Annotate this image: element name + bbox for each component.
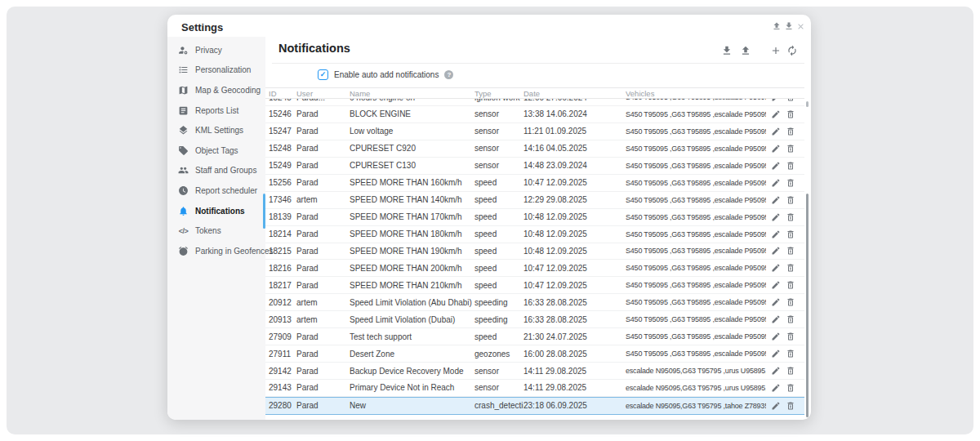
id-cell: 18214	[269, 229, 296, 238]
table-row[interactable]: 15248ParadCPURESET C920sensor14:16 04.05…	[265, 140, 804, 158]
edit-pencil-icon[interactable]	[771, 178, 781, 188]
edit-pencil-icon[interactable]	[771, 229, 781, 239]
enable-auto-add-checkbox[interactable]: ✓	[318, 69, 328, 80]
sidebar-item-tokens[interactable]: </>Tokens	[167, 220, 265, 241]
delete-trash-icon[interactable]	[786, 297, 795, 307]
row-actions	[766, 246, 804, 256]
sidebar-item-privacy[interactable]: Privacy	[167, 40, 265, 60]
edit-pencil-icon[interactable]	[771, 144, 781, 154]
delete-trash-icon[interactable]	[786, 383, 795, 393]
delete-trash-icon[interactable]	[786, 127, 795, 136]
edit-pencil-icon[interactable]	[771, 195, 781, 205]
edit-pencil-icon[interactable]	[771, 246, 781, 256]
edit-pencil-icon[interactable]	[771, 280, 781, 290]
sidebar-item-map-geocoding[interactable]: Map & Geocoding	[167, 80, 265, 100]
edit-pencil-icon[interactable]	[771, 401, 781, 411]
delete-trash-icon[interactable]	[786, 366, 795, 376]
sidebar-item-kml-settings[interactable]: KML Settings	[167, 120, 265, 140]
type-cell: speed	[474, 264, 523, 273]
edit-pencil-icon[interactable]	[771, 212, 781, 222]
table-row[interactable]: 29142ParadBackup Device Recovery Modesen…	[265, 363, 804, 380]
id-cell: 15249	[269, 161, 296, 170]
edit-pencil-icon[interactable]	[771, 383, 781, 393]
id-cell: 29142	[269, 367, 296, 376]
id-cell: 27909	[269, 332, 296, 341]
sidebar-item-personalization[interactable]: Personalization	[167, 60, 265, 81]
edit-pencil-icon[interactable]	[771, 99, 781, 102]
table-row[interactable]: 17346artemSPEED MORE THAN 140km/hspeed12…	[265, 192, 804, 209]
column-header-date: Date	[523, 89, 626, 98]
table-row[interactable]: 18139ParadSPEED MORE THAN 170km/hspeed10…	[265, 209, 804, 226]
table-row[interactable]: 20913artemSpeed Limit Violation (Dubai)s…	[265, 311, 804, 328]
table-row[interactable]: 15256ParadSPEED MORE THAN 160km/hspeed10…	[265, 175, 804, 192]
delete-trash-icon[interactable]	[786, 263, 795, 273]
delete-trash-icon[interactable]	[786, 332, 795, 341]
row-actions	[766, 127, 804, 136]
table-row[interactable]: 20912artemSpeed Limit Violation (Abu Dha…	[265, 294, 804, 311]
table-row[interactable]: 18217ParadSPEED MORE THAN 210km/hspeed10…	[265, 277, 804, 294]
table-row[interactable]: 15245Parad...6 hours engine onignition w…	[265, 99, 804, 106]
delete-trash-icon[interactable]	[786, 314, 795, 324]
edit-pencil-icon[interactable]	[771, 366, 781, 376]
delete-trash-icon[interactable]	[786, 349, 795, 359]
sidebar-item-parking-in-geofences[interactable]: Parking in Geofences	[167, 241, 265, 261]
sidebar-item-object-tags[interactable]: Object Tags	[167, 140, 265, 161]
download-notifications-icon[interactable]	[721, 45, 733, 56]
delete-trash-icon[interactable]	[786, 229, 795, 239]
delete-trash-icon[interactable]	[786, 246, 795, 256]
edit-pencil-icon[interactable]	[771, 161, 781, 171]
type-cell: speed	[474, 281, 523, 290]
sidebar-item-report-scheduler[interactable]: Report scheduler	[167, 180, 265, 201]
table-row[interactable]: 29143ParadPrimary Device Not in Reachsen…	[265, 380, 804, 397]
table-row[interactable]: 27911ParadDesert Zonegeozones16:00 28.08…	[265, 345, 804, 363]
delete-trash-icon[interactable]	[786, 99, 795, 102]
name-cell: Speed Limit Violation (Dubai)	[350, 315, 474, 324]
row-actions	[766, 229, 804, 239]
table-row[interactable]: 15249ParadCPURESET C130sensor14:48 23.09…	[265, 158, 804, 175]
table-row[interactable]: 18216ParadSPEED MORE THAN 200km/hspeed10…	[265, 260, 804, 277]
export-settings-icon[interactable]	[784, 21, 794, 31]
delete-trash-icon[interactable]	[786, 212, 795, 222]
edit-pencil-icon[interactable]	[771, 109, 781, 119]
id-cell: 29280	[269, 401, 296, 410]
table-row[interactable]: 15246ParadBLOCK ENGINEsensor13:38 14.06.…	[265, 106, 804, 123]
delete-trash-icon[interactable]	[786, 195, 795, 205]
table-row[interactable]: 18215ParadSPEED MORE THAN 190km/hspeed10…	[265, 243, 804, 261]
import-settings-icon[interactable]	[772, 21, 782, 31]
delete-trash-icon[interactable]	[786, 401, 795, 411]
edit-pencil-icon[interactable]	[771, 314, 781, 324]
edit-pencil-icon[interactable]	[771, 297, 781, 307]
refresh-notifications-icon[interactable]	[786, 45, 798, 56]
type-cell: sensor	[474, 127, 523, 136]
notifications-table: 15245Parad...6 hours engine onignition w…	[265, 99, 804, 415]
type-cell: geozones	[474, 350, 523, 359]
edit-pencil-icon[interactable]	[771, 332, 781, 341]
delete-trash-icon[interactable]	[786, 161, 795, 171]
sidebar-item-notifications[interactable]: Notifications	[167, 201, 265, 221]
table-row[interactable]: 27909ParadTest tech supportspeed21:30 24…	[265, 328, 804, 345]
user-cell: Parad	[296, 350, 350, 359]
name-cell: Speed Limit Violation (Abu Dhabi)	[350, 298, 474, 307]
table-row[interactable]: 15247ParadLow voltagesensor11:21 01.09.2…	[265, 123, 804, 140]
table-row[interactable]: 18214ParadSPEED MORE THAN 180km/hspeed10…	[265, 226, 804, 243]
delete-trash-icon[interactable]	[786, 178, 795, 188]
vertical-scrollbar[interactable]	[806, 194, 808, 417]
close-dialog-icon[interactable]	[796, 22, 805, 31]
upload-notifications-icon[interactable]	[740, 45, 751, 56]
date-cell: 21:30 24.07.2025	[523, 332, 626, 341]
date-cell: 14:48 23.09.2024	[523, 161, 626, 170]
sidebar-item-staff-and-groups[interactable]: Staff and Groups	[167, 161, 265, 181]
edit-pencil-icon[interactable]	[771, 127, 781, 136]
sidebar-item-reports-list[interactable]: Reports List	[167, 100, 265, 121]
vehicles-cell: S450 T95095 ,G63 T95895 ,escalade P95095…	[626, 196, 766, 204]
edit-pencil-icon[interactable]	[771, 263, 781, 273]
add-notification-icon[interactable]	[770, 45, 782, 56]
sidebar-item-label: Notifications	[195, 207, 245, 216]
help-icon[interactable]: ?	[444, 70, 453, 79]
edit-pencil-icon[interactable]	[771, 349, 781, 359]
delete-trash-icon[interactable]	[786, 144, 795, 154]
table-row[interactable]: 29280ParadNewcrash_detection23:18 06.09.…	[265, 397, 804, 415]
delete-trash-icon[interactable]	[786, 280, 795, 290]
name-cell: SPEED MORE THAN 140km/h	[350, 195, 474, 204]
delete-trash-icon[interactable]	[786, 109, 795, 119]
